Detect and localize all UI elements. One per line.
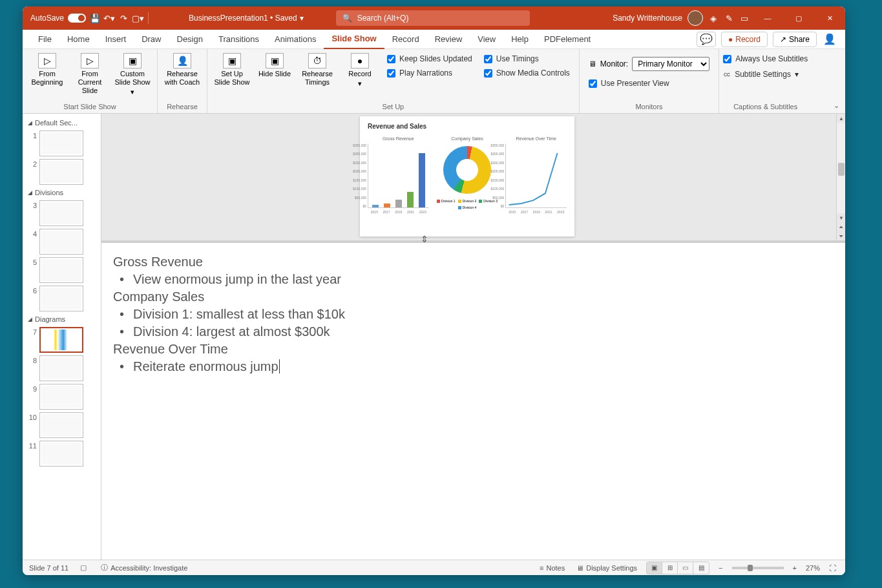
play-icon: ▷	[81, 53, 99, 68]
slideshow-view-button[interactable]: ▤	[693, 562, 709, 574]
setup-slideshow-button[interactable]: ▣Set Up Slide Show	[211, 50, 253, 89]
people-icon[interactable]: 👤	[822, 32, 837, 47]
tab-record[interactable]: Record	[384, 30, 427, 49]
zoom-in-button[interactable]: +	[790, 564, 799, 572]
tab-slide-show[interactable]: Slide Show	[324, 30, 384, 49]
autosave-toggle[interactable]: AutoSave	[30, 14, 86, 23]
section-divisions[interactable]: ◢Divisions	[24, 186, 100, 199]
slide-title: Revenue and Sales	[368, 123, 567, 130]
diamond-icon[interactable]: ◈	[708, 13, 719, 23]
slide-thumbnail-panel[interactable]: ◢Default Sec... 1 2 ◢Divisions 3 4 5 6 ◢…	[23, 114, 101, 560]
monitor-select[interactable]: Primary Monitor	[632, 57, 709, 71]
always-subtitles-checkbox[interactable]: Always Use Subtitles	[723, 54, 808, 63]
title-bar: AutoSave 💾 ↶▾ ↷ ▢▾ BusinessPresentation1…	[23, 6, 845, 30]
slide-thumbnail-2[interactable]	[39, 159, 83, 185]
display-settings-button[interactable]: 🖥Display Settings	[574, 564, 640, 572]
tab-view[interactable]: View	[470, 30, 503, 49]
scrollbar-vertical[interactable]: ▲ ▼ ⏶ ⏷	[836, 114, 845, 240]
comments-button[interactable]: 💬	[697, 32, 716, 47]
tab-home[interactable]: Home	[59, 30, 98, 49]
section-default[interactable]: ◢Default Sec...	[24, 116, 100, 129]
tab-review[interactable]: Review	[427, 30, 470, 49]
zoom-slider[interactable]	[732, 567, 784, 569]
minimize-button[interactable]: —	[755, 8, 781, 28]
accessibility-button[interactable]: ⓘAccessibility: Investigate	[98, 563, 190, 572]
use-timings-checkbox[interactable]: Use Timings	[484, 54, 570, 63]
ribbon-tabs: File Home Insert Draw Design Transitions…	[23, 30, 845, 49]
slide-thumbnail-1[interactable]	[39, 131, 83, 156]
record-button[interactable]: ●Record	[721, 32, 768, 47]
slide-thumbnail-11[interactable]	[39, 441, 83, 467]
document-title[interactable]: BusinessPresentation1 • Saved▾	[189, 14, 304, 23]
redo-icon[interactable]: ↷	[118, 13, 129, 23]
collapse-ribbon-button[interactable]: ⌄	[831, 100, 841, 110]
close-button[interactable]: ✕	[817, 8, 843, 28]
tab-pdfelement[interactable]: PDFelement	[536, 30, 598, 49]
tab-transitions[interactable]: Transitions	[211, 30, 267, 49]
prev-slide-icon[interactable]: ⏶	[837, 222, 845, 231]
notes-splitter[interactable]: ⇕	[101, 240, 845, 243]
tab-animations[interactable]: Animations	[267, 30, 324, 49]
slide-number: 10	[26, 412, 37, 421]
undo-icon[interactable]: ↶▾	[104, 13, 114, 23]
zoom-out-button[interactable]: −	[716, 564, 725, 572]
next-slide-icon[interactable]: ⏷	[837, 231, 845, 240]
keep-updated-checkbox[interactable]: Keep Slides Updated	[387, 54, 472, 63]
tab-insert[interactable]: Insert	[98, 30, 134, 49]
share-button[interactable]: ↗Share	[773, 32, 817, 47]
from-current-button[interactable]: ▷From Current Slide	[69, 50, 110, 98]
slide-view[interactable]: Revenue and Sales Gross Revenue $350,000…	[101, 114, 845, 240]
save-icon[interactable]: 💾	[90, 13, 100, 23]
search-input[interactable]: 🔍 Search (Alt+Q)	[336, 10, 530, 26]
slide-canvas[interactable]: Revenue and Sales Gross Revenue $350,000…	[360, 116, 574, 236]
notes-button[interactable]: ≡Notes	[537, 564, 567, 572]
group-label: Start Slide Show	[26, 101, 153, 113]
zoom-level[interactable]: 27%	[806, 564, 820, 572]
tab-help[interactable]: Help	[503, 30, 536, 49]
tab-design[interactable]: Design	[169, 30, 211, 49]
scroll-down-icon[interactable]: ▼	[837, 213, 845, 222]
slide-thumbnail-8[interactable]	[39, 355, 83, 381]
fit-to-window-button[interactable]: ⛶	[826, 564, 839, 572]
window-icon[interactable]: ▭	[739, 13, 750, 23]
slide-thumbnail-5[interactable]	[39, 257, 83, 283]
sorter-view-button[interactable]: ⊞	[662, 562, 678, 574]
user-name[interactable]: Sandy Writtenhouse	[613, 14, 682, 23]
slide-thumbnail-4[interactable]	[39, 229, 83, 255]
notes-bullet: Reiterate enormous jump	[113, 358, 834, 375]
reading-view-button[interactable]: ▭	[678, 562, 693, 574]
scroll-thumb[interactable]	[838, 163, 845, 176]
resize-icon[interactable]: ⇕	[421, 234, 428, 244]
rehearse-coach-button[interactable]: 👤Rehearse with Coach	[162, 50, 203, 89]
slide-number: 5	[26, 257, 37, 266]
avatar[interactable]	[688, 10, 703, 26]
slide-thumbnail-7[interactable]	[39, 327, 83, 353]
slide-thumbnail-6[interactable]	[39, 286, 83, 311]
tab-draw[interactable]: Draw	[134, 30, 169, 49]
from-beginning-button[interactable]: ▷From Beginning	[26, 50, 68, 89]
slide-number: 4	[26, 229, 37, 238]
notes-pane[interactable]: Gross Revenue View enormous jump in the …	[101, 243, 845, 560]
custom-show-button[interactable]: ▣Custom Slide Show▾	[112, 50, 153, 100]
slide-thumbnail-9[interactable]	[39, 384, 83, 410]
group-label: Set Up	[211, 101, 575, 113]
record-dropdown[interactable]: ●Record▾	[339, 50, 381, 90]
slide-thumbnail-10[interactable]	[39, 412, 83, 438]
play-narrations-checkbox[interactable]: Play Narrations	[387, 68, 472, 78]
spell-check-icon[interactable]: ▢	[78, 563, 89, 572]
play-icon: ▷	[38, 53, 56, 68]
show-media-checkbox[interactable]: Show Media Controls	[484, 68, 570, 78]
rehearse-timings-button[interactable]: ⏱Rehearse Timings	[297, 50, 338, 89]
pen-icon[interactable]: ✎	[724, 13, 734, 23]
maximize-button[interactable]: ▢	[786, 8, 812, 28]
tab-file[interactable]: File	[30, 30, 59, 49]
presenter-view-checkbox[interactable]: Use Presenter View	[583, 79, 669, 88]
hide-slide-button[interactable]: ▣Hide Slide	[254, 50, 295, 81]
slide-indicator[interactable]: Slide 7 of 11	[29, 564, 68, 572]
from-beginning-icon[interactable]: ▢▾	[132, 13, 143, 23]
slide-thumbnail-3[interactable]	[39, 200, 83, 226]
subtitle-settings-button[interactable]: ㏄Subtitle Settings▾	[723, 68, 799, 79]
section-diagrams[interactable]: ◢Diagrams	[24, 313, 100, 326]
scroll-up-icon[interactable]: ▲	[837, 114, 845, 123]
normal-view-button[interactable]: ▣	[647, 562, 662, 574]
